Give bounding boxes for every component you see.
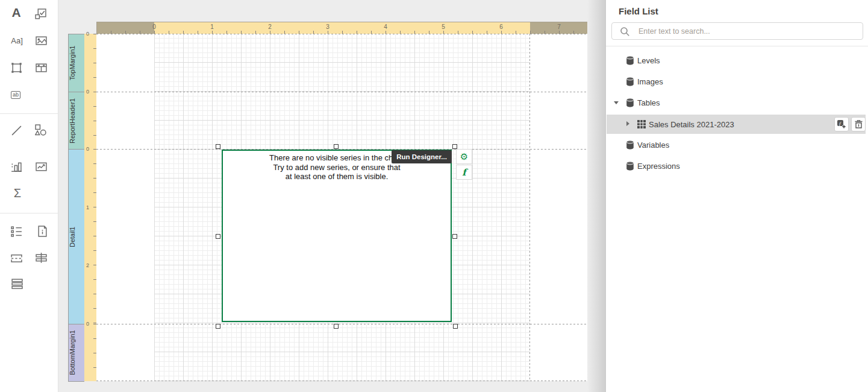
run-designer-label: Run Designer... xyxy=(396,153,447,160)
vruler-number: 0 xyxy=(86,89,89,95)
delete-table-button[interactable] xyxy=(851,117,866,131)
vertical-ruler: 0 0 0 1 2 0 xyxy=(84,34,96,381)
panel-tool-icon[interactable] xyxy=(10,62,22,74)
chart-control[interactable]: There are no visible series in the chart… xyxy=(222,150,452,322)
resize-handle-top-right[interactable] xyxy=(452,144,457,149)
band-separator xyxy=(96,34,587,34)
richtext-tool-icon[interactable]: Aa] xyxy=(9,34,25,46)
add-calculated-field-button[interactable]: f xyxy=(834,117,849,131)
panel-shadow xyxy=(587,0,605,392)
hruler-number: 3 xyxy=(326,24,329,30)
tree-item-images[interactable]: Images xyxy=(606,75,868,89)
run-designer-button[interactable]: Run Designer... xyxy=(392,150,452,163)
table-icon xyxy=(637,120,646,128)
summary-tool-icon[interactable]: Σ xyxy=(11,187,23,199)
toolbox-divider xyxy=(0,113,58,114)
hruler-number: 0 xyxy=(152,24,156,30)
resize-handle-top-center[interactable] xyxy=(334,144,339,149)
hruler-number: 2 xyxy=(268,24,272,30)
search-box[interactable] xyxy=(611,22,863,40)
search-input[interactable] xyxy=(639,24,855,39)
report-designer: A Aa] ab Σ xyxy=(0,0,868,392)
collapse-icon[interactable] xyxy=(614,101,619,104)
cross-band-tool-icon[interactable] xyxy=(35,251,47,264)
table-of-contents-tool-icon[interactable] xyxy=(11,277,23,289)
barcode-tool-glyph: ab xyxy=(11,91,20,99)
hruler-number: 6 xyxy=(499,24,503,30)
page-info-tool-icon[interactable] xyxy=(36,225,48,237)
summary-tool-glyph: Σ xyxy=(14,186,21,200)
gear-icon: ⚙ xyxy=(460,151,468,162)
hruler-number: 7 xyxy=(557,24,561,30)
band-label: Detail1 xyxy=(69,150,84,324)
field-list-panel: Field List Levels Images Tables Sales De… xyxy=(605,0,868,392)
resize-handle-top-left[interactable] xyxy=(216,144,220,149)
design-surface[interactable]: There are no visible series in the chart… xyxy=(96,34,587,381)
band-report-header[interactable]: ReportHeader1 xyxy=(69,92,84,149)
band-detail[interactable]: Detail1 xyxy=(69,149,84,324)
band-top-margin[interactable]: TopMargin1 xyxy=(69,34,84,92)
tree-item-levels[interactable]: Levels xyxy=(606,54,868,68)
richtext-tool-glyph: Aa] xyxy=(11,36,23,45)
label-tool-icon[interactable]: A xyxy=(10,7,22,19)
vruler-number: 1 xyxy=(86,204,89,210)
tree-item-label: Images xyxy=(637,77,663,86)
band-bottom-margin[interactable]: BottomMargin1 xyxy=(69,324,84,381)
vruler-number: 0 xyxy=(86,146,89,152)
band-label: TopMargin1 xyxy=(69,34,84,92)
band-separator[interactable] xyxy=(96,324,587,324)
vruler-number: 2 xyxy=(86,262,89,268)
tree-item-tables[interactable]: Tables xyxy=(606,96,868,110)
chart-options-button[interactable]: ⚙ xyxy=(456,149,472,164)
hruler-number: 1 xyxy=(210,24,214,30)
tree-item-label: Variables xyxy=(637,141,669,150)
database-icon xyxy=(626,77,634,87)
picture-tool-icon[interactable] xyxy=(35,34,47,46)
panel-divider xyxy=(606,46,868,46)
tree-item-label: Sales Details 2021-2023 xyxy=(649,120,734,129)
checkbox-tool-icon[interactable] xyxy=(34,8,46,20)
resize-handle-middle-right[interactable] xyxy=(452,234,457,239)
barcode-tool-icon[interactable]: ab xyxy=(10,89,22,101)
horizontal-ruler: 0 1 2 3 4 5 6 7 xyxy=(96,22,587,34)
chart-message-line: at least one of them is visible. xyxy=(223,172,451,182)
page-break-tool-icon[interactable] xyxy=(10,252,22,264)
database-icon xyxy=(626,140,634,150)
function-icon: f xyxy=(462,167,466,178)
band-separator xyxy=(96,381,587,381)
resize-handle-bottom-center[interactable] xyxy=(334,324,339,329)
toolbox-divider xyxy=(0,213,58,213)
line-tool-icon[interactable] xyxy=(10,124,22,136)
tree-item-expressions[interactable]: Expressions xyxy=(606,159,868,174)
tree-item-label: Expressions xyxy=(637,162,680,171)
hruler-number: 4 xyxy=(384,24,387,30)
database-icon xyxy=(626,98,634,108)
resize-handle-bottom-right[interactable] xyxy=(453,324,458,329)
band-separator[interactable] xyxy=(96,92,587,92)
band-label: ReportHeader1 xyxy=(69,92,84,149)
add-calculated-field-icon: f xyxy=(837,119,846,129)
tree-item-variables[interactable]: Variables xyxy=(606,138,868,153)
resize-handle-middle-left[interactable] xyxy=(216,234,220,239)
label-tool-glyph: A xyxy=(11,5,20,20)
band-label: BottomMargin1 xyxy=(69,324,84,381)
chart-expressions-button[interactable]: f xyxy=(456,165,472,180)
database-icon xyxy=(626,55,634,66)
tree-item-label: Levels xyxy=(637,56,660,65)
trash-icon xyxy=(854,119,863,129)
expand-icon[interactable] xyxy=(626,121,629,126)
chart-tool-icon[interactable] xyxy=(10,160,22,172)
table-tool-icon[interactable] xyxy=(35,62,47,74)
chart-message-line: Try to add new series, or ensure that xyxy=(223,163,451,172)
vruler-number: 0 xyxy=(86,321,89,327)
tree-item-sales-details[interactable]: Sales Details 2021-2023 f xyxy=(607,115,866,134)
right-margin-line xyxy=(529,34,530,381)
toolbox: A Aa] ab Σ xyxy=(0,0,58,392)
shape-tool-icon[interactable] xyxy=(34,124,46,136)
database-icon xyxy=(626,161,634,171)
field-list-title: Field List xyxy=(619,6,658,16)
list-tool-icon[interactable] xyxy=(10,225,22,237)
sparkline-tool-icon[interactable] xyxy=(35,160,47,172)
resize-handle-bottom-left[interactable] xyxy=(216,324,220,329)
search-icon xyxy=(620,27,630,37)
